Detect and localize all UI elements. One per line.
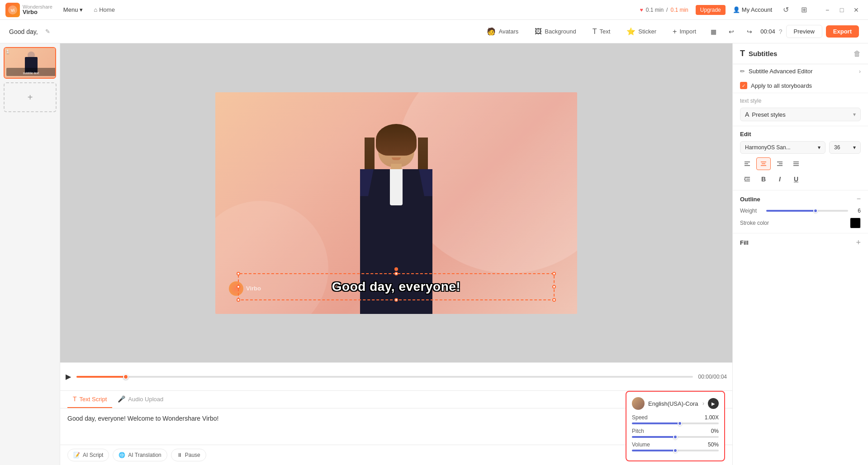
outline-title: Outline [740,196,760,203]
canvas-container: Virbo Good day, everyone! [60,43,732,362]
ai-script-button[interactable]: 📝 AI Script [67,449,109,461]
timeline-scrubber[interactable] [76,376,693,378]
avatars-button[interactable]: 🧑 Avatars [480,24,525,38]
timeline-progress [76,376,126,378]
volume-slider-thumb[interactable] [673,448,678,453]
italic-button[interactable]: I [773,173,787,185]
resize-handle-tr[interactable] [552,272,556,275]
subtitle-editor-arrow-icon[interactable]: › [859,68,861,75]
avatar-lapel-right [419,169,432,196]
redo-icon[interactable]: ↪ [742,24,757,39]
resize-handle-ml[interactable] [237,285,240,289]
pause-icon: ⏸ [177,452,182,458]
user-icon: 👤 [733,6,740,13]
voice-chevron-icon[interactable]: › [702,400,704,407]
edit-project-name-icon[interactable]: ✎ [45,28,50,35]
help-icon[interactable]: ? [779,28,783,35]
outline-header: Outline − [740,195,861,203]
preset-styles-dropdown[interactable]: A Preset styles ▾ [740,108,861,121]
storyboard-item-1[interactable]: 1 subtitle text [4,47,56,79]
align-justify-button[interactable] [789,157,803,170]
import-button[interactable]: + Import [666,25,702,38]
menu-chevron-icon: ▾ [80,6,83,13]
sticker-button[interactable]: ⭐ Sticker [620,24,663,38]
my-account-button[interactable]: 👤 My Account [733,6,772,13]
right-panel-title: T Subtitles [740,49,777,58]
time-usage-display: ♥ 0.1 min / 0.1 min [640,7,688,13]
weight-slider-thumb[interactable] [813,209,818,213]
resize-handle-br[interactable] [552,298,556,302]
pause-button[interactable]: ⏸ Pause [171,449,206,461]
menu-button[interactable]: Menu ▾ [60,5,87,15]
subtitles-icon: T [740,49,745,58]
stroke-color-label: Stroke color [740,220,769,226]
resize-handle-mr[interactable] [552,285,556,289]
undo-icon[interactable]: ↩ [724,24,739,39]
stroke-color-swatch[interactable] [850,218,861,228]
main-layout: 1 subtitle text + [0,43,868,465]
voice-play-button[interactable]: ▶ [708,398,719,409]
volume-slider[interactable] [632,450,719,451]
play-button[interactable]: ▶ [66,372,71,381]
resize-handle-tm[interactable] [394,272,398,275]
speed-slider-thumb[interactable] [678,421,682,426]
align-left-button[interactable] [740,157,754,170]
apply-all-row: ✓ Apply to all storyboards [733,78,868,93]
add-storyboard-button[interactable]: + [4,82,57,112]
outline-collapse-icon[interactable]: − [857,195,861,203]
storyboard-panel: 1 subtitle text + [0,43,60,465]
text-script-icon: T [73,395,77,403]
canvas[interactable]: Virbo Good day, everyone! [215,92,577,314]
resize-handle-bl[interactable] [237,298,240,302]
resize-handle-tl[interactable] [237,272,240,275]
timeline-thumb[interactable] [123,374,128,380]
minimize-button[interactable]: − [821,4,834,16]
text-style-label: text style [740,98,861,104]
resize-handle-bm[interactable] [394,298,398,302]
font-row: HarmonyOS San... ▾ 36 ▾ [740,141,861,154]
background-button[interactable]: 🖼 Background [528,25,582,38]
font-size-dropdown[interactable]: 36 ▾ [829,141,861,154]
window-controls: − □ ✕ [821,4,863,16]
pitch-slider-thumb[interactable] [673,435,678,439]
text-button[interactable]: T Text [586,25,617,38]
ai-translation-button[interactable]: 🌐 AI Translation [113,449,167,461]
maximize-button[interactable]: □ [835,4,848,16]
home-button[interactable]: ⌂ Home [94,6,115,13]
app-logo[interactable]: Vi Wondershare Virbo [5,3,52,17]
right-panel-header: T Subtitles 🗑 [733,43,868,64]
avatar-mouth [392,157,401,160]
tab-audio-upload[interactable]: 🎤 Audio Upload [112,391,169,408]
font-size-chevron-icon: ▾ [853,144,856,151]
align-center-button[interactable] [756,157,771,170]
caption-icon[interactable]: ▦ [706,24,721,39]
avatar-shirt [390,169,403,205]
preview-button[interactable]: Preview [786,25,822,38]
preset-chevron-icon: ▾ [853,111,856,118]
pitch-slider[interactable] [632,436,719,438]
bold-button[interactable]: B [756,173,771,185]
export-button[interactable]: Export [826,25,859,38]
speed-slider[interactable] [632,422,719,424]
speed-value: 1.00X [705,414,719,421]
time-display: 00:04 [760,28,775,35]
alignment-row [740,157,861,170]
speed-row: Speed 1.00X [632,414,719,424]
subtitle-box[interactable]: Good day, everyone! [238,273,555,300]
apply-all-checkbox[interactable]: ✓ [740,82,747,89]
grid-icon[interactable]: ⊞ [797,4,810,16]
font-family-dropdown[interactable]: HarmonyOS San... ▾ [740,141,825,154]
timeline: ▶ 00:00/00:04 [60,362,732,390]
close-button[interactable]: ✕ [850,4,863,16]
delete-subtitle-button[interactable]: 🗑 [854,50,861,58]
refresh-icon[interactable]: ↺ [779,4,792,16]
underline-button[interactable]: U [789,173,803,185]
text-style-section: text style A Preset styles ▾ [733,93,868,126]
svg-text:Vi: Vi [11,8,14,13]
weight-slider[interactable] [766,210,848,212]
fill-add-icon[interactable]: + [856,238,861,247]
tab-text-script[interactable]: T Text Script [67,391,112,408]
indent-decrease-button[interactable] [740,173,754,185]
upgrade-button[interactable]: Upgrade [696,5,726,15]
align-right-button[interactable] [773,157,787,170]
